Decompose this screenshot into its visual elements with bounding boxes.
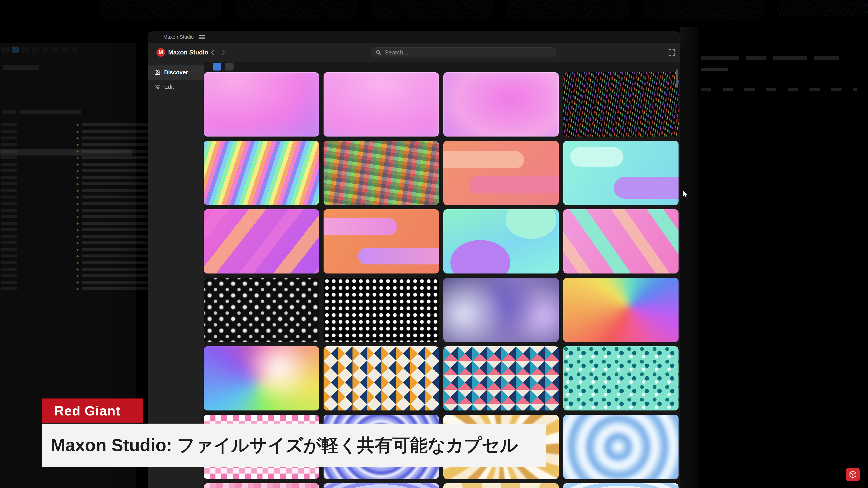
filter-chip[interactable] [213,63,221,70]
background-layer-rows [82,123,154,291]
background-tool-icon [2,46,8,53]
search-input[interactable] [384,49,552,56]
capsule-pink-texture[interactable] [204,483,319,488]
capsule-tiedye-blue[interactable] [563,415,679,479]
capsule-halftone-dots[interactable] [323,278,439,342]
film-strip-artifact [506,0,628,20]
chevron-left-icon [209,48,217,56]
capsule-orange-pills[interactable] [323,209,439,273]
capsule-rainbow-plaid[interactable] [323,141,439,205]
background-tool-icon [52,46,58,53]
toolbar: M Maxon Studio [148,43,680,62]
mouse-cursor [682,190,689,199]
maxon-logo: M [156,48,165,57]
capsule-purple-bokeh[interactable] [443,278,559,342]
capsule-geo-pink-teal[interactable] [443,346,559,411]
sliders-icon [154,84,160,90]
sidebar-item-label: Discover [164,69,188,76]
background-tool-icon [32,46,38,53]
sidebar-item-discover[interactable]: Discover [148,65,204,79]
capsule-magenta-bars[interactable] [204,209,319,273]
film-strip-artifact [778,0,868,16]
capsule-neon-waves[interactable] [563,72,679,136]
maxon-logo-badge [846,468,860,481]
background-selected-row [0,149,132,156]
background-divider-strip [680,27,698,488]
brand-badge-label: Red Giant [54,403,120,419]
caption-banner: Maxon Studio: ファイルサイズが軽く共有可能なカプセル [42,424,546,467]
fullscreen-button[interactable] [668,48,676,57]
capsule-rainbow-waves[interactable] [204,141,319,205]
fullscreen-icon [668,48,676,57]
capsule-paint-swirl[interactable] [563,278,679,342]
maxon-logo-letter: M [158,50,163,56]
search-icon [376,50,381,55]
scrollbar-thumb[interactable] [676,69,678,88]
capsule-coral-capsules[interactable] [443,141,559,205]
filter-chip[interactable] [225,63,234,70]
chevron-right-icon [219,48,226,56]
back-button[interactable] [209,48,218,57]
capsule-pink-glow-3[interactable] [443,72,559,136]
window-titlebar[interactable]: Maxon Studio [148,31,680,43]
background-tool-icon [42,46,49,53]
background-text-row [701,88,857,91]
background-toolbar [2,46,78,53]
caption-text: Maxon Studio: ファイルサイズが軽く共有可能なカプセル [51,433,518,457]
capsule-blue-tiedye[interactable] [563,483,679,488]
film-strip-artifact [235,0,357,20]
capsule-teal-glyphs[interactable] [563,346,679,411]
film-strip-artifact [642,0,764,20]
background-tool-icon [72,46,78,53]
background-text-bar [2,110,16,115]
menu-icon[interactable] [199,35,205,39]
background-tool-icon [62,46,68,53]
screen: Maxon Studio M Maxon Studio [0,0,868,488]
sidebar-item-label: Edit [164,84,174,90]
app-name: Maxon Studio [168,49,208,56]
background-text-bar [746,56,767,60]
background-text-bar [773,56,807,60]
film-strip-artifact [371,0,493,20]
capsule-damask-bw[interactable] [204,278,319,342]
forward-button[interactable] [218,48,227,57]
background-layer-dots [76,123,79,291]
filter-chips-row [213,63,680,70]
background-tool-icon [22,46,29,53]
cursor-arrow-icon [682,190,689,198]
capsule-mint-capsules[interactable] [563,141,679,205]
capsule-pink-mint-bars[interactable] [563,209,679,273]
capsule-violet-ripple[interactable] [323,483,439,488]
capsule-gold-rays[interactable] [443,483,559,488]
background-tool-icon [12,46,19,53]
background-text-bar [701,56,739,60]
capsule-rainbow-blur[interactable] [204,346,319,411]
background-text-bar [701,68,728,71]
search-bar[interactable] [371,47,556,57]
brand-badge: Red Giant [42,398,143,423]
maxon-cube-icon [848,470,857,479]
window-title: Maxon Studio [163,34,194,40]
discover-icon [154,69,160,75]
capsule-geo-orange-navy[interactable] [323,346,439,411]
film-strip-artifact [99,0,222,20]
background-text-bar [814,56,839,60]
background-text-bar [20,110,81,115]
sidebar-item-edit[interactable]: Edit [148,79,204,94]
capsule-teal-purple-geo[interactable] [443,209,559,273]
background-right-panel [701,54,859,213]
capsule-pink-glow-1[interactable] [204,72,319,136]
capsule-pink-glow-2[interactable] [323,72,439,136]
background-layer-rows [1,123,17,291]
maxon-studio-window: Maxon Studio M Maxon Studio [148,31,680,488]
background-panel-tab [3,65,39,70]
